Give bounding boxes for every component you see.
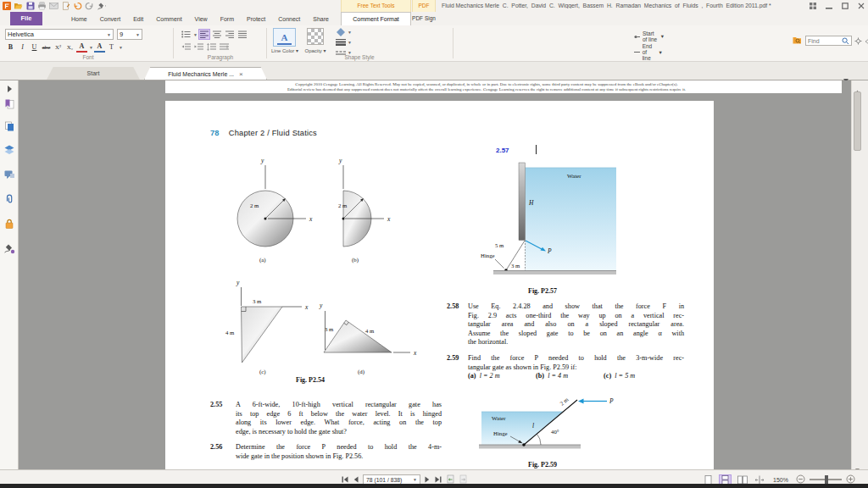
superscript-button[interactable]: X² xyxy=(53,42,64,53)
tab-form[interactable]: Form xyxy=(220,16,234,22)
align-justify-button[interactable] xyxy=(236,29,248,40)
text-appearance-button[interactable]: A xyxy=(273,28,296,47)
opacity-label[interactable]: Opacity ▾ xyxy=(301,48,330,54)
align-center-button[interactable] xyxy=(211,29,223,40)
tab-view[interactable]: View xyxy=(195,16,208,22)
font-color-button[interactable]: A xyxy=(76,42,87,53)
redo-icon[interactable] xyxy=(85,1,94,10)
fig-p257-caption: Fig. P2.57 xyxy=(528,287,557,295)
save-icon[interactable] xyxy=(25,1,35,10)
security-panel-icon[interactable] xyxy=(3,218,15,230)
char-spacing-button[interactable]: A xyxy=(94,42,105,53)
underline-button[interactable]: U xyxy=(29,42,40,53)
decrease-indent-button[interactable] xyxy=(180,42,192,53)
tab-file[interactable]: File xyxy=(10,12,42,25)
maximize-button[interactable] xyxy=(841,2,849,9)
find-toolbar xyxy=(793,33,868,48)
fill-color-button[interactable]: ▼ xyxy=(336,27,352,36)
font-size-select[interactable]: 9▼ xyxy=(117,29,142,40)
fig257-water-label: Water xyxy=(567,173,581,180)
contextual-group-pdf-sign: PDF Sign xyxy=(412,0,436,12)
comments-panel-icon[interactable] xyxy=(3,169,15,180)
quick-access-toolbar xyxy=(2,1,106,10)
subscript-button[interactable]: X₂ xyxy=(64,42,75,53)
layers-panel-icon[interactable] xyxy=(3,144,15,156)
fig259-angle-label: 40° xyxy=(551,429,559,435)
tab-share[interactable]: Share xyxy=(313,16,329,22)
tab-list-dropdown-icon[interactable] xyxy=(843,71,849,76)
fig259-water-label: Water xyxy=(492,415,506,422)
line-spacing-button[interactable] xyxy=(218,42,230,53)
tab-pdf-sign[interactable]: PDF Sign xyxy=(412,12,436,25)
paragraph-group-label: Paragraph xyxy=(176,54,264,60)
find-field[interactable] xyxy=(805,36,852,46)
scrollbar-thumb[interactable] xyxy=(854,92,861,151)
vertical-scrollbar[interactable] xyxy=(851,80,862,469)
font-family-select[interactable]: Helvetica▼ xyxy=(5,29,114,40)
start-of-line-select[interactable]: Start of line ▾ xyxy=(634,30,664,42)
tab-comment[interactable]: Comment xyxy=(156,16,181,22)
open-icon[interactable] xyxy=(14,1,23,10)
tab-connect[interactable]: Connect xyxy=(278,16,300,22)
bookmarks-panel-icon[interactable] xyxy=(3,98,15,110)
print-icon[interactable] xyxy=(37,1,47,10)
fig257-p-label: P xyxy=(547,247,552,255)
find-input[interactable] xyxy=(808,38,842,44)
previous-page-icon[interactable] xyxy=(865,33,868,48)
attachments-panel-icon[interactable] xyxy=(3,193,15,205)
align-left-button[interactable] xyxy=(198,29,210,40)
navigation-panel-bar xyxy=(0,80,19,469)
tab-start-page[interactable]: Start xyxy=(47,67,140,80)
opacity-swatch[interactable] xyxy=(307,28,324,45)
free-text-annotation[interactable]: 2.57 xyxy=(496,147,509,154)
zoom-level[interactable]: 150% xyxy=(773,477,788,483)
italic-button[interactable]: I xyxy=(17,42,28,53)
paragraph-group: ▼ Paragraph xyxy=(176,25,264,62)
expand-panel-icon[interactable] xyxy=(3,83,15,95)
fig259-hinge-label: Hinge xyxy=(493,430,508,436)
fig-d-caption: (d) xyxy=(358,369,364,375)
pages-panel-icon[interactable] xyxy=(3,120,15,132)
paragraph-spacing-button[interactable] xyxy=(205,42,217,53)
zoom-slider[interactable] xyxy=(810,479,842,480)
minimize-button[interactable] xyxy=(825,2,833,9)
strikethrough-button[interactable]: abc xyxy=(41,42,52,53)
pdf-page-78: 78Chapter 2 / Fluid Statics y 2 m x xyxy=(165,101,714,469)
signature-tool-icon[interactable] xyxy=(97,1,106,10)
tab-comment-format[interactable]: Comment Format xyxy=(341,12,411,25)
align-right-button[interactable] xyxy=(224,29,236,40)
scroll-down-icon[interactable] xyxy=(854,461,860,467)
list-button[interactable] xyxy=(180,29,192,40)
increase-indent-button[interactable] xyxy=(192,42,204,53)
search-icon[interactable] xyxy=(842,37,849,45)
close-button[interactable] xyxy=(857,2,865,9)
signatures-panel-icon[interactable] xyxy=(3,242,15,254)
tab-protect[interactable]: Protect xyxy=(247,16,265,22)
scroll-up-icon[interactable] xyxy=(854,83,860,89)
zoom-slider-handle[interactable] xyxy=(825,475,828,484)
tab-active-document[interactable]: Fluid Mechanics Merle ... × xyxy=(144,67,267,80)
email-icon[interactable] xyxy=(49,1,58,10)
tab-home[interactable]: Home xyxy=(71,16,87,22)
fig-a-x-label: x xyxy=(309,215,313,223)
fig-b-caption: (b) xyxy=(352,257,359,263)
foxit-logo-icon[interactable] xyxy=(2,1,11,10)
search-folder-icon[interactable] xyxy=(793,33,803,48)
view-settings-icon[interactable] xyxy=(854,33,862,48)
tab-edit[interactable]: Edit xyxy=(133,16,143,22)
tab-convert[interactable]: Convert xyxy=(100,16,121,22)
fig-a-y-label: y xyxy=(260,157,264,164)
insert-page-icon[interactable] xyxy=(61,1,70,10)
layout-grid-icon[interactable] xyxy=(809,2,817,9)
line-color-label[interactable]: Line Color ▾ xyxy=(270,48,299,54)
bold-button[interactable]: B xyxy=(5,42,16,53)
end-of-line-select[interactable]: End of line ▾ xyxy=(634,43,662,61)
close-document-icon[interactable]: × xyxy=(239,69,243,80)
text-style-button[interactable]: T xyxy=(106,42,117,53)
document-view[interactable]: Copyright 2010 Cengage Learning. All Rig… xyxy=(19,80,851,469)
line-weight-button[interactable]: ▼ xyxy=(336,38,352,46)
font-group-label: Font xyxy=(3,54,173,60)
fig-c-side-label: 4 m xyxy=(225,330,235,336)
undo-icon[interactable] xyxy=(73,1,82,10)
fig-c-top-label: 3 m xyxy=(253,298,262,304)
